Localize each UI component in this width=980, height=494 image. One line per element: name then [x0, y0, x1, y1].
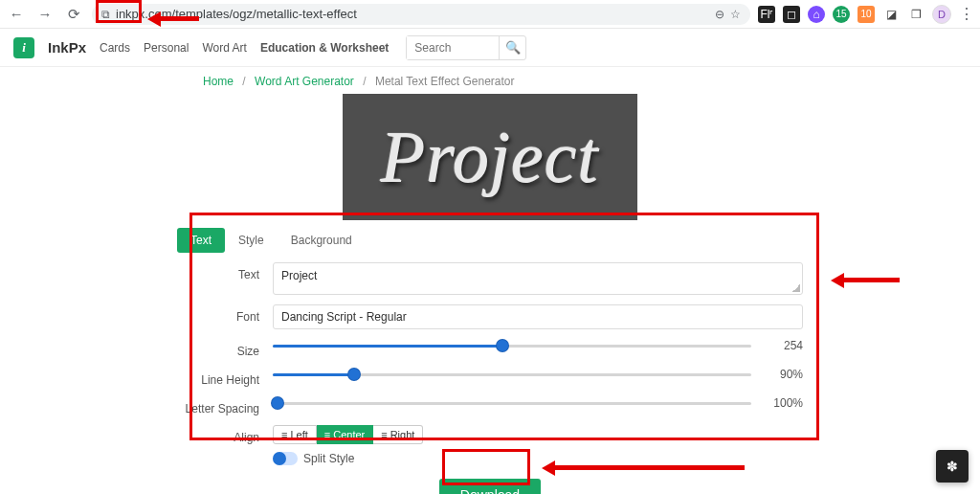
breadcrumb-link[interactable]: Word Art Generator	[255, 75, 354, 88]
search-input[interactable]	[407, 36, 499, 59]
download-row: Download	[0, 479, 980, 494]
bookmark-icon[interactable]: ☆	[730, 8, 741, 21]
extension-icon[interactable]: ⌂	[808, 6, 825, 23]
text-textarea[interactable]: Project	[273, 262, 803, 295]
nav-link-education[interactable]: Education & Worksheet	[260, 41, 389, 55]
reload-button[interactable]: ⟳	[63, 4, 84, 25]
font-label: Font	[177, 304, 273, 324]
extension-icon[interactable]: ◪	[882, 6, 900, 23]
search-icon: 🔍	[505, 40, 521, 55]
breadcrumb-link[interactable]: Home	[203, 75, 234, 88]
lineheight-slider[interactable]	[273, 368, 751, 381]
zoom-icon[interactable]: ⊖	[715, 8, 724, 21]
splitstyle-row: Split Style	[177, 452, 803, 465]
preview-text: Project	[381, 116, 599, 199]
align-right-icon: ≡	[381, 429, 387, 440]
browser-toolbar: ← → ⟳ ⧉ inkpx.com/templates/ogz/metallic…	[0, 0, 980, 29]
size-value: 254	[751, 339, 803, 352]
nav-link-wordart[interactable]: Word Art	[202, 41, 246, 55]
browser-menu-icon[interactable]: ⋮	[959, 5, 974, 23]
letterspacing-label: Letter Spacing	[177, 396, 273, 415]
back-button[interactable]: ←	[6, 4, 27, 25]
extension-icon[interactable]: ◻	[783, 6, 800, 23]
download-button[interactable]: Download	[439, 479, 541, 494]
site-search: 🔍	[406, 35, 526, 60]
nav-link-cards[interactable]: Cards	[100, 41, 130, 55]
breadcrumb-current: Metal Text Effect Generator	[375, 75, 515, 88]
font-select[interactable]: Dancing Script - Regular	[273, 304, 803, 329]
text-field-row: Text Project	[177, 262, 803, 295]
site-header: i InkPx Cards Personal Word Art Educatio…	[0, 29, 980, 67]
lineheight-label: Line Height	[177, 368, 273, 387]
size-slider[interactable]	[273, 339, 751, 352]
site-info-icon[interactable]: ⧉	[101, 8, 110, 21]
controls-panel: Text Style Background Text Project Font …	[177, 220, 803, 465]
align-field-row: Align ≡Left ≡Center ≡Right	[177, 425, 803, 444]
tab-background[interactable]: Background	[278, 228, 366, 253]
letterspacing-value: 100%	[751, 396, 803, 410]
annotation-arrow	[553, 465, 745, 470]
extension-icon[interactable]: 10	[858, 6, 875, 23]
site-logo[interactable]: i	[13, 37, 34, 58]
extension-icon[interactable]: ❐	[907, 6, 924, 23]
align-center-icon: ≡	[324, 429, 330, 440]
extensions-row: Flʳ ◻ ⌂ 15 10 ◪ ❐ D ⋮	[758, 5, 974, 24]
font-field-row: Font Dancing Script - Regular	[177, 304, 803, 329]
align-center-button[interactable]: ≡Center	[317, 425, 373, 444]
extension-icon[interactable]: Flʳ	[758, 6, 775, 23]
breadcrumb: Home / Word Art Generator / Metal Text E…	[0, 67, 980, 94]
size-field-row: Size 254	[177, 339, 803, 358]
size-label: Size	[177, 339, 273, 358]
align-left-button[interactable]: ≡Left	[273, 425, 317, 444]
align-label: Align	[177, 425, 273, 444]
text-label: Text	[177, 262, 273, 281]
align-right-button[interactable]: ≡Right	[373, 425, 423, 444]
search-button[interactable]: 🔍	[499, 36, 525, 59]
tab-text[interactable]: Text	[177, 228, 225, 253]
letterspacing-field-row: Letter Spacing 100%	[177, 396, 803, 415]
lineheight-field-row: Line Height 90%	[177, 368, 803, 387]
splitstyle-toggle[interactable]	[273, 452, 298, 465]
address-bar[interactable]: ⧉ inkpx.com/templates/ogz/metallic-text-…	[92, 4, 750, 25]
lineheight-value: 90%	[751, 368, 803, 381]
nav-link-personal[interactable]: Personal	[144, 41, 189, 55]
url-text: inkpx.com/templates/ogz/metallic-text-ef…	[116, 7, 709, 21]
textarea-resize-handle[interactable]	[792, 284, 800, 292]
chat-widget[interactable]: ✽	[936, 450, 969, 483]
control-tabs: Text Style Background	[177, 220, 803, 253]
forward-button[interactable]: →	[34, 4, 56, 25]
text-effect-preview: Project	[343, 94, 637, 220]
splitstyle-label: Split Style	[303, 452, 354, 465]
tab-style[interactable]: Style	[225, 228, 278, 253]
extension-icon[interactable]: 15	[833, 6, 850, 23]
profile-avatar[interactable]: D	[932, 5, 951, 24]
text-value: Project	[281, 269, 317, 282]
site-brand[interactable]: InkPx	[48, 39, 86, 56]
annotation-arrow	[842, 278, 900, 282]
align-left-icon: ≡	[281, 429, 287, 440]
letterspacing-slider[interactable]	[273, 396, 751, 410]
